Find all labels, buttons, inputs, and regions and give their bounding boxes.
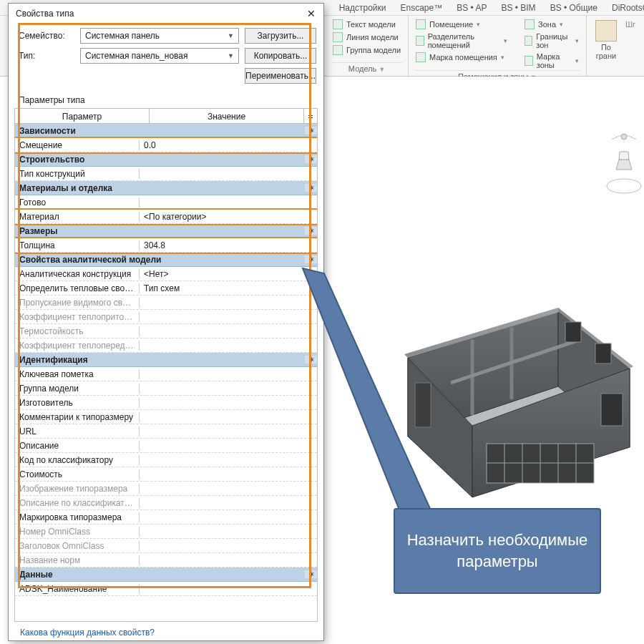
svg-point-24	[621, 134, 627, 140]
param-row[interactable]: Номер OmniClass	[15, 525, 317, 539]
param-row[interactable]: Тип конструкций	[15, 167, 317, 181]
param-row[interactable]: Изготовитель	[15, 396, 317, 410]
copy-button[interactable]: Копировать...	[245, 48, 316, 64]
svg-point-21	[607, 179, 641, 193]
param-row[interactable]: ADSK_Наименование	[15, 582, 317, 596]
col-param: Параметр	[15, 109, 150, 123]
param-row[interactable]: Комментарии к типоразмеру	[15, 410, 317, 424]
ribbon-tab[interactable]: Надстройки	[332, 3, 394, 13]
param-row[interactable]: Коэффициент теплопередачи (	[15, 338, 317, 353]
svg-marker-25	[303, 268, 431, 519]
panel-title-model: Модель	[348, 64, 376, 73]
group-header[interactable]: Свойства аналитической модели✶	[15, 253, 317, 267]
parameters-grid[interactable]: Зависимости✶Смещение0.0Строительство✶Тип…	[15, 124, 317, 622]
param-row[interactable]: Изображение типоразмера	[15, 482, 317, 496]
group-header[interactable]: Материалы и отделка✶	[15, 181, 317, 195]
svg-rect-19	[595, 343, 611, 364]
ribbon-item[interactable]: Линия модели	[331, 31, 402, 43]
grid-header: Параметр Значение =	[14, 108, 318, 124]
param-row[interactable]: Группа модели	[15, 381, 317, 396]
param-row[interactable]: Термостойкость	[15, 324, 317, 338]
group-header[interactable]: Данные✶	[15, 567, 317, 582]
type-properties-dialog: Свойства типа ✕ Семейство: Системная пан…	[9, 4, 323, 640]
load-button[interactable]: Загрузить...	[245, 28, 316, 44]
family-label: Семейство:	[19, 31, 74, 41]
param-row[interactable]: Стоимость	[15, 467, 317, 482]
ribbon-item-icon	[525, 36, 532, 46]
param-row[interactable]: Код по классификатору	[15, 453, 317, 467]
param-row[interactable]: Описание	[15, 439, 317, 453]
param-row[interactable]: Заголовок OmniClass	[15, 539, 317, 553]
shaft-button[interactable]: Шг	[623, 19, 638, 62]
group-header[interactable]: Размеры✶	[15, 224, 317, 238]
ribbon-item[interactable]: Марка зоны ▾	[523, 52, 580, 70]
param-row[interactable]: Название норм	[15, 553, 317, 567]
group-header[interactable]: Строительство✶	[15, 152, 317, 167]
group-header[interactable]: Зависимости✶	[15, 124, 317, 138]
rename-button[interactable]: Переименовать...	[245, 68, 316, 84]
close-icon[interactable]: ✕	[305, 7, 318, 20]
svg-marker-23	[619, 152, 629, 160]
ribbon-tab[interactable]: BS • Общие	[543, 3, 605, 13]
col-value: Значение	[150, 109, 304, 123]
param-row[interactable]: Готово	[15, 195, 317, 210]
param-row[interactable]: URL	[15, 424, 317, 439]
ribbon-item-icon	[333, 19, 343, 29]
param-row[interactable]: Описание по классификатору	[15, 496, 317, 510]
ribbon-panel-rooms: Помещение ▾Разделитель помещений ▾Марка …	[409, 16, 587, 76]
param-row[interactable]: Толщина304.8	[15, 238, 317, 253]
ribbon-item[interactable]: Разделитель помещений ▾	[414, 31, 509, 50]
ribbon-item-icon	[416, 36, 424, 46]
ribbon-item-icon	[416, 52, 426, 62]
ribbon-item-icon	[333, 45, 343, 55]
param-row[interactable]: Определить тепловые свойстваТип схем	[15, 281, 317, 296]
by-face-button[interactable]: По грани	[592, 19, 620, 62]
ribbon-item-icon	[525, 19, 535, 29]
ribbon-item[interactable]: Границы зон ▾	[523, 31, 580, 50]
ribbon-item[interactable]: Текст модели	[331, 19, 402, 30]
ribbon-item-icon	[333, 32, 343, 42]
dialog-title: Свойства типа	[16, 9, 74, 19]
col-eq: =	[304, 109, 317, 123]
viewcube[interactable]	[605, 132, 644, 197]
ribbon-tab[interactable]: BS • AP	[449, 3, 494, 13]
ribbon-panel-model: Текст моделиЛиния моделиГруппа модели Мо…	[326, 16, 409, 76]
ribbon-item[interactable]: Группа модели	[331, 44, 402, 56]
ribbon-tab[interactable]: BS • BIM	[494, 3, 542, 13]
annotation-balloon: Назначить необходимые параметры	[394, 508, 601, 594]
help-link[interactable]: Какова функция данных свойств?	[11, 622, 321, 638]
param-row[interactable]: Материал<По категории>	[15, 210, 317, 224]
group-header[interactable]: Идентификация✶	[15, 353, 317, 367]
ribbon-tab[interactable]: Enscape™	[393, 3, 449, 13]
ribbon-item[interactable]: Марка помещения ▾	[414, 52, 509, 63]
param-row[interactable]: Аналитическая конструкция<Нет>	[15, 267, 317, 281]
type-label: Тип:	[19, 51, 74, 61]
ribbon-item[interactable]: Помещение ▾	[414, 19, 509, 30]
param-row[interactable]: Ключевая пометка	[15, 367, 317, 381]
family-combo[interactable]: Системная панель▼	[80, 28, 239, 44]
svg-marker-22	[616, 160, 632, 170]
param-row[interactable]: Маркировка типоразмера	[15, 510, 317, 525]
ribbon-item-icon	[416, 19, 426, 29]
ribbon-item-icon	[525, 56, 533, 66]
parameters-label: Параметры типа	[11, 88, 321, 108]
ribbon-tab[interactable]: DiRootsOne	[605, 3, 644, 13]
type-combo[interactable]: Системная панель_новая▼	[80, 48, 239, 64]
svg-rect-17	[601, 394, 623, 426]
param-row[interactable]: Пропускание видимого света	[15, 296, 317, 310]
ribbon-item[interactable]: Зона ▾	[523, 19, 580, 30]
param-row[interactable]: Смещение0.0	[15, 138, 317, 152]
ribbon-panel-face: По грани Шг	[587, 16, 644, 76]
param-row[interactable]: Коэффициент теплопритока от	[15, 310, 317, 324]
svg-rect-18	[565, 322, 581, 342]
